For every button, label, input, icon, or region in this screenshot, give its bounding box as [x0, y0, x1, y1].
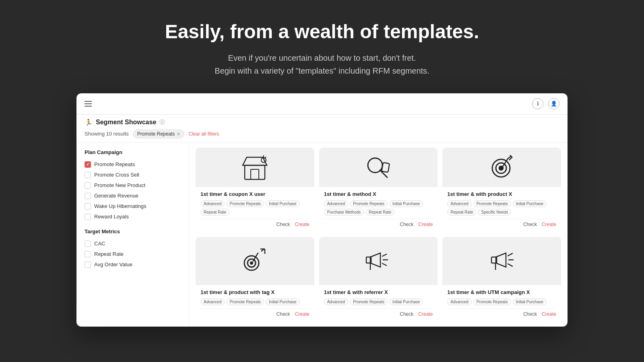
- svg-line-14: [509, 158, 512, 160]
- card-tag: Promote Repeats: [473, 298, 511, 305]
- card-tag: Promote Repeats: [226, 200, 264, 207]
- checkbox-5[interactable]: [85, 214, 91, 220]
- plan-item-label-0: Promote Repeats: [94, 161, 135, 167]
- card-tag: Initial Purchase: [266, 298, 299, 305]
- plan-campaign-section: Plan Campaign Promote Repeats Promote Cr…: [85, 149, 181, 222]
- card-check-2[interactable]: Check: [523, 222, 537, 227]
- card-tag: Initial Purchase: [513, 200, 547, 207]
- metric-item-label-2: Avg Order Value: [94, 261, 132, 267]
- remove-filter-icon[interactable]: ×: [177, 131, 180, 137]
- card-tag: Initial Purchase: [266, 200, 299, 207]
- card-1: 1st timer & method X AdvancedPromote Rep…: [319, 148, 438, 232]
- card-tag: Advanced: [324, 200, 348, 207]
- card-tag: Advanced: [447, 298, 471, 305]
- header-right: ℹ 👤: [532, 98, 559, 109]
- card-actions-5: Check Create: [447, 309, 556, 318]
- user-button[interactable]: 👤: [548, 98, 559, 109]
- card-body-2: 1st timer & with product X AdvancedPromo…: [442, 187, 561, 232]
- svg-point-17: [250, 261, 253, 265]
- title-emoji: 🏃: [85, 119, 93, 126]
- metric-item-label-0: CAC: [94, 241, 105, 247]
- checkbox-4[interactable]: [85, 203, 91, 210]
- card-5: 1st timer & with UTM campaign X Advanced…: [442, 237, 561, 322]
- card-body-3: 1st timer & product with tag X AdvancedP…: [196, 285, 314, 322]
- card-create-2[interactable]: Create: [542, 222, 556, 227]
- card-actions-3: Check Create: [200, 309, 310, 318]
- card-check-5[interactable]: Check: [523, 311, 537, 317]
- checkbox-0[interactable]: [85, 161, 91, 168]
- card-actions-1: Check Create: [324, 219, 433, 228]
- checkbox-3[interactable]: [85, 193, 91, 199]
- svg-rect-0: [245, 165, 265, 179]
- plan-item-0[interactable]: Promote Repeats: [85, 159, 181, 170]
- card-check-3[interactable]: Check: [277, 311, 290, 317]
- checkbox-1[interactable]: [85, 172, 91, 178]
- checkbox-2[interactable]: [85, 182, 91, 189]
- card-image-4: [319, 237, 438, 285]
- target-metrics-section: Target Metrics CAC Repeat Rate Avg Order…: [85, 228, 181, 270]
- card-title-4: 1st timer & with referrer X: [324, 289, 433, 295]
- sidebar: Plan Campaign Promote Repeats Promote Cr…: [76, 143, 189, 327]
- card-tags-4: AdvancedPromote RepeatsInitial Purchase: [324, 298, 433, 305]
- metric-item-2[interactable]: Avg Order Value: [85, 259, 181, 270]
- svg-line-23: [382, 254, 386, 256]
- card-tag: Specific Needs: [478, 209, 511, 216]
- page-title: Segment Showcase: [96, 119, 156, 126]
- card-check-1[interactable]: Check: [400, 222, 413, 227]
- card-create-4[interactable]: Create: [418, 311, 433, 317]
- card-tag: Promote Repeats: [350, 298, 388, 305]
- plan-item-4[interactable]: Wake Up Hibernatings: [85, 201, 181, 212]
- help-icon[interactable]: ⓪: [159, 119, 165, 126]
- card-tags-1: AdvancedPromote RepeatsInitial PurchaseP…: [324, 200, 433, 216]
- clear-filters-link[interactable]: Clear all filters: [188, 131, 219, 137]
- plan-item-label-3: Generate Revenue: [94, 193, 138, 199]
- plan-item-3[interactable]: Generate Revenue: [85, 191, 181, 201]
- card-create-1[interactable]: Create: [418, 222, 433, 227]
- card-image-0: [196, 148, 314, 187]
- plan-campaign-title: Plan Campaign: [85, 149, 181, 155]
- svg-line-25: [382, 263, 386, 265]
- card-tag: Initial Purchase: [389, 298, 423, 305]
- card-body-4: 1st timer & with referrer X AdvancedProm…: [319, 285, 438, 322]
- metric-checkbox-0[interactable]: [85, 241, 91, 247]
- card-title-1: 1st timer & method X: [324, 191, 433, 197]
- card-title-5: 1st timer & with UTM campaign X: [447, 289, 556, 295]
- card-tag: Advanced: [200, 200, 225, 207]
- card-image-3: [196, 237, 314, 285]
- card-0: 1st timer & coupon X user AdvancedPromot…: [196, 148, 314, 232]
- card-tag: Repeat Rate: [365, 209, 394, 216]
- metric-item-1[interactable]: Repeat Rate: [85, 249, 181, 259]
- card-tags-3: AdvancedPromote RepeatsInitial Purchase: [200, 298, 310, 305]
- svg-line-29: [508, 264, 512, 266]
- card-tag: Promote Repeats: [350, 200, 388, 207]
- plan-item-2[interactable]: Promote New Product: [85, 180, 181, 191]
- card-create-3[interactable]: Create: [295, 311, 310, 317]
- card-actions-2: Check Create: [447, 219, 556, 228]
- info-button[interactable]: ℹ: [532, 98, 543, 109]
- card-create-5[interactable]: Create: [542, 311, 556, 317]
- card-body-5: 1st timer & with UTM campaign X Advanced…: [442, 285, 561, 322]
- metric-item-label-1: Repeat Rate: [94, 251, 124, 257]
- hero-title: Easily, from a wealth of templates.: [165, 20, 479, 43]
- plan-item-label-2: Promote New Product: [94, 182, 145, 188]
- card-check-0[interactable]: Check: [277, 222, 290, 227]
- card-tag: Promote Repeats: [226, 298, 264, 305]
- menu-button[interactable]: [85, 101, 92, 107]
- metric-checkbox-2[interactable]: [85, 261, 91, 268]
- card-check-4[interactable]: Check: [400, 311, 413, 317]
- plan-item-5[interactable]: Reward Loyals: [85, 212, 181, 222]
- app-window: ℹ 👤 🏃 Segment Showcase ⓪ Showing 10 resu…: [76, 93, 568, 327]
- window-header: ℹ 👤: [76, 93, 568, 115]
- card-actions-0: Check Create: [200, 219, 310, 228]
- metric-checkbox-1[interactable]: [85, 251, 91, 257]
- card-title-3: 1st timer & product with tag X: [200, 289, 310, 295]
- card-2: 1st timer & with product X AdvancedPromo…: [442, 148, 561, 232]
- card-tag: Advanced: [447, 200, 471, 207]
- plan-item-1[interactable]: Promote Cross Sell: [85, 170, 181, 180]
- active-filter-tag[interactable]: Promote Repeats ×: [133, 130, 185, 138]
- filter-row: Showing 10 results Promote Repeats × Cle…: [76, 130, 568, 142]
- cards-area: 1st timer & coupon X user AdvancedPromot…: [189, 143, 568, 327]
- card-create-0[interactable]: Create: [295, 222, 310, 227]
- hero-section: Easily, from a wealth of templates. Even…: [157, 0, 487, 93]
- metric-item-0[interactable]: CAC: [85, 239, 181, 249]
